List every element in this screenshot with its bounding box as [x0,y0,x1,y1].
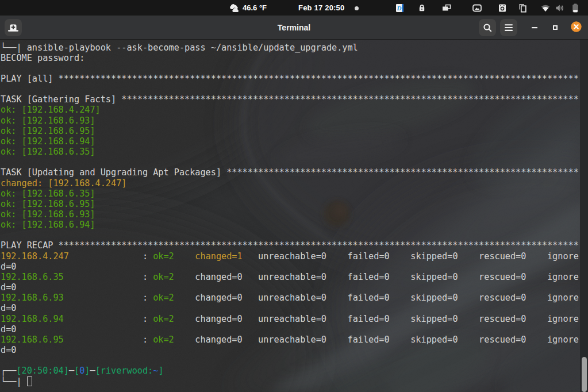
hamburger-menu-icon [504,24,513,32]
terminal-line [1,63,579,74]
terminal-line: 192.168.6.94 : ok=2 changed=0 unreachabl… [1,314,579,324]
maximize-button[interactable] [548,21,562,34]
temperature-label: 46.6 °F [243,3,267,12]
terminal-line: d=0 [1,324,579,335]
terminal-line: ┌──[20:50:04]─[0]─[riverwood:~] [1,366,579,376]
search-button[interactable] [479,19,496,36]
top-bar: 46.6 °F Feb 17 20:50 D [0,0,588,16]
terminal-line: ok: [192.168.6.95] [1,126,579,136]
camera-icon[interactable] [498,3,507,13]
weather-cloud-icon [229,3,240,13]
svg-text:D: D [396,5,401,11]
terminal-line: d=0 [1,262,579,272]
terminal-line: 192.168.6.95 : ok=2 changed=0 unreachabl… [1,335,579,345]
terminal-line: ok: [192.168.6.95] [1,199,579,209]
weather-indicator[interactable]: 46.6 °F [229,0,267,16]
terminal-line: TASK [Gathering Facts] *****************… [1,94,579,105]
terminal-line: ok: [192.168.6.94] [1,136,579,147]
screenshot-icon[interactable] [472,3,482,13]
terminal-line: 192.168.6.93 : ok=2 changed=0 unreachabl… [1,293,579,303]
search-icon [482,22,493,33]
clock[interactable]: Feb 17 20:50 [298,0,344,16]
terminal-content[interactable]: └──| ansible-playbook --ask-become-pass … [0,40,588,392]
terminal-screen[interactable]: └──| ansible-playbook --ask-become-pass … [1,43,579,387]
volume-icon[interactable] [555,3,564,13]
terminal-line: ok: [192.168.6.35] [1,189,579,199]
terminal-line: 192.168.4.247 : ok=2 changed=1 unreachab… [1,251,579,262]
notification-dot [355,6,359,10]
clipboard-icon[interactable] [518,3,527,13]
maximize-icon [553,25,558,30]
minimize-button[interactable] [528,21,541,34]
terminal-line: ok: [192.168.6.93] [1,209,579,220]
battery-icon[interactable] [571,3,580,13]
terminal-line: ok: [192.168.6.94] [1,220,579,230]
terminal-line: └──| [1,376,579,387]
terminal-line: ok: [192.168.6.93] [1,116,579,126]
wifi-icon[interactable] [541,3,550,13]
terminal-line: └──| ansible-playbook --ask-become-pass … [1,43,579,53]
terminal-line: 192.168.6.35 : ok=2 changed=0 unreachabl… [1,272,579,282]
workspaces-icon[interactable] [442,3,451,13]
terminal-line: PLAY RECAP *****************************… [1,240,579,251]
terminal-line: d=0 [1,303,579,313]
close-button[interactable] [569,20,583,34]
terminal-line [1,230,579,240]
terminal-line [1,84,579,94]
app-d-icon[interactable]: D [395,3,405,13]
close-icon [569,20,583,34]
menu-button[interactable] [500,19,517,36]
terminal-line: d=0 [1,282,579,293]
scrollbar-thumb[interactable] [582,357,587,392]
terminal-line: d=0 [1,345,579,355]
terminal-line: ok: [192.168.6.35] [1,147,579,157]
desktop: 46.6 °F Feb 17 20:50 D [0,0,588,392]
terminal-line [1,355,579,366]
terminal-line: ok: [192.168.4.247] [1,105,579,115]
terminal-line: TASK [Updating and Upgrading Apt Package… [1,167,579,178]
terminal-line: PLAY [all] *****************************… [1,74,579,84]
terminal-cursor [27,376,32,386]
terminal-titlebar[interactable]: Terminal [0,16,588,40]
minimize-icon [531,26,538,29]
lock-icon[interactable] [417,3,426,13]
terminal-line [1,157,579,167]
scrollbar-track[interactable] [580,40,588,392]
terminal-line: BECOME password: [1,53,579,63]
terminal-line: changed: [192.168.4.247] [1,178,579,189]
